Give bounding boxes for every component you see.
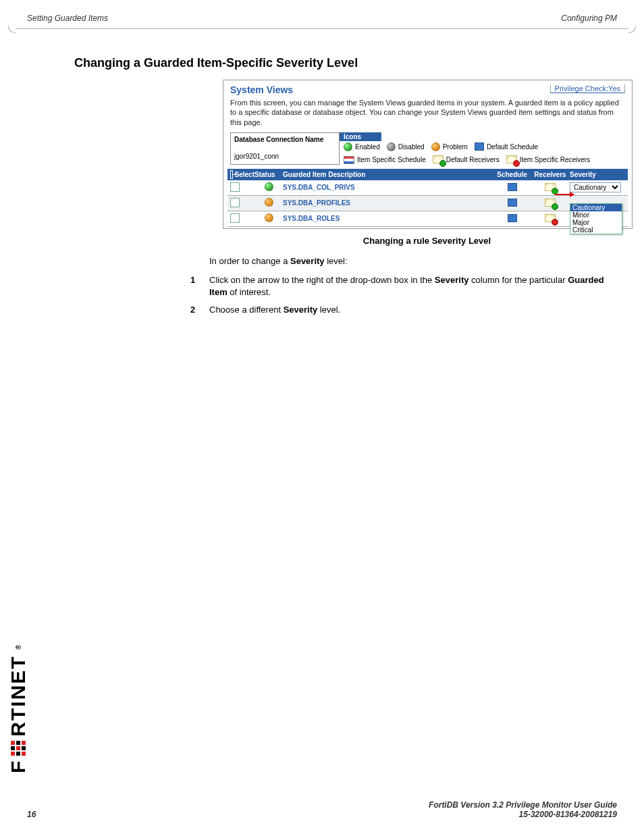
- severity-option-cautionary[interactable]: Cautionary: [570, 204, 622, 211]
- col-schedule: Schedule: [493, 171, 531, 178]
- col-select: Select: [235, 171, 254, 178]
- db-connection-value: jgor9201_conn: [234, 153, 336, 160]
- system-views-description: From this screen, you can manage the Sys…: [223, 98, 632, 132]
- fortinet-logo: F RTINET®: [7, 644, 30, 773]
- row-checkbox[interactable]: [230, 198, 240, 207]
- db-connection-label: Database Connection Name: [234, 136, 336, 143]
- legend-item-receivers: Item Specific Receivers: [520, 156, 590, 163]
- legend-default-schedule: Default Schedule: [487, 143, 538, 151]
- table-row: SYS.DBA_ROLES: [227, 211, 628, 227]
- severity-option-major[interactable]: Major: [570, 219, 622, 226]
- guarded-item-link[interactable]: SYS.DBA_PROFILES: [283, 199, 493, 207]
- schedule-icon[interactable]: [508, 199, 517, 207]
- screenshot-panel: System Views Privilege Check:Yes From th…: [223, 80, 633, 229]
- default-schedule-icon: [475, 142, 484, 151]
- section-title: Changing a Guarded Item-Specific Severit…: [74, 56, 617, 70]
- severity-option-critical[interactable]: Critical: [570, 226, 622, 234]
- guarded-items-grid: Select Status Guarded Item Description S…: [227, 169, 628, 227]
- disabled-icon: [387, 142, 396, 151]
- footer-guide-title: FortiDB Version 3.2 Privilege Monitor Us…: [429, 800, 617, 810]
- severity-dropdown-open[interactable]: Cautionary Minor Major Critical: [570, 203, 622, 234]
- item-schedule-icon: [344, 156, 354, 164]
- step-1: 1 Click on the arrow to the right of the…: [190, 274, 617, 298]
- system-views-title: System Views: [230, 84, 293, 95]
- severity-option-minor[interactable]: Minor: [570, 211, 622, 219]
- col-status: Status: [254, 171, 283, 178]
- enabled-icon: [344, 142, 352, 151]
- step-2: 2 Choose a different Severity level.: [190, 304, 617, 316]
- col-receivers: Receivers: [531, 171, 570, 178]
- footer-doc-id: 15-32000-81364-20081219: [519, 810, 617, 819]
- table-row: SYS.DBA_PROFILES Cautionary Minor Major …: [227, 196, 628, 211]
- col-description: Guarded Item Description: [283, 171, 493, 178]
- problem-icon: [431, 142, 440, 151]
- legend-disabled: Disabled: [398, 143, 425, 151]
- figure-caption: Changing a rule Severity Level: [223, 236, 631, 246]
- legend-problem: Problem: [443, 143, 468, 151]
- row-checkbox[interactable]: [230, 213, 240, 223]
- guarded-item-link[interactable]: SYS.DBA_ROLES: [283, 215, 493, 222]
- row-checkbox[interactable]: [230, 182, 240, 192]
- legend-item-schedule: Item Specific Schedule: [357, 156, 426, 163]
- intro-paragraph: In order to change a Severity level:: [209, 255, 617, 267]
- status-enabled-icon: [265, 182, 273, 191]
- privilege-check-link[interactable]: Privilege Check:Yes: [550, 84, 625, 93]
- header-left: Setting Guarded Items: [27, 14, 108, 23]
- page-number: 16: [27, 810, 36, 819]
- legend-enabled: Enabled: [355, 143, 380, 151]
- status-problem-icon: [265, 213, 273, 222]
- db-connection-box: Database Connection Name jgor9201_conn: [230, 132, 340, 165]
- legend-default-receivers: Default Receivers: [446, 156, 500, 163]
- status-problem-icon: [265, 198, 273, 207]
- annotation-arrow: [555, 194, 574, 195]
- select-all-checkbox[interactable]: [230, 170, 233, 179]
- icons-legend: Icons Enabled Disabled Problem Default S…: [340, 132, 625, 165]
- col-severity: Severity: [570, 171, 625, 178]
- header-divider: [14, 28, 630, 29]
- header-right: Configuring PM: [561, 14, 617, 23]
- schedule-icon[interactable]: [508, 214, 517, 222]
- icons-legend-header: Icons: [340, 132, 381, 141]
- severity-select[interactable]: Cautionary: [570, 182, 621, 192]
- schedule-icon[interactable]: [508, 183, 517, 191]
- guarded-item-link[interactable]: SYS.DBA_COL_PRIVS: [283, 184, 493, 191]
- fortinet-logo-icon: [11, 741, 26, 756]
